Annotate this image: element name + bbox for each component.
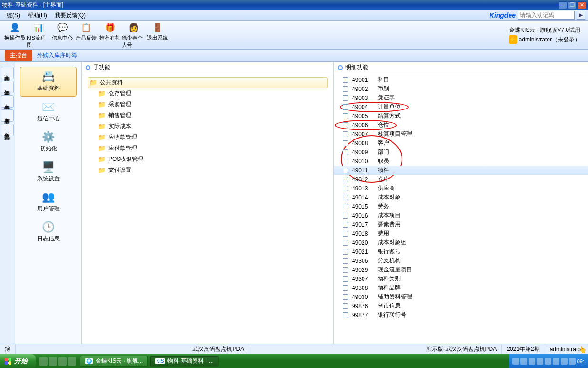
checkbox-icon[interactable] xyxy=(343,140,348,146)
tree-row[interactable]: 📁实际成本 xyxy=(96,121,328,132)
search-go-button[interactable]: ▶ xyxy=(577,11,585,20)
detail-row[interactable]: 49017要素费用 xyxy=(334,220,588,229)
tree-row[interactable]: 📁公共资料 xyxy=(88,77,328,88)
vertical-tab[interactable]: 全网营销 xyxy=(1,67,14,79)
tab-main-console[interactable]: 主控台 xyxy=(5,50,32,61)
checkbox-icon[interactable] xyxy=(343,294,348,300)
detail-row[interactable]: 49012仓库 xyxy=(334,175,588,184)
tray-icon[interactable] xyxy=(561,358,568,365)
detail-row[interactable]: 49306分支机构 xyxy=(334,256,588,265)
tree-row[interactable]: 📁采购管理 xyxy=(96,99,328,110)
detail-row[interactable]: 49011物料 xyxy=(334,166,588,175)
menu-system[interactable]: 统(S) xyxy=(3,10,24,20)
quick-launch-item[interactable] xyxy=(39,357,48,366)
checkbox-icon[interactable] xyxy=(343,149,348,155)
checkbox-icon[interactable] xyxy=(343,86,348,92)
vertical-tab[interactable]: 发票管理 xyxy=(1,109,14,122)
taskbar-task[interactable]: 🌐金蝶KIS云 · 旗舰... xyxy=(80,356,148,367)
sidebar-nav-item[interactable]: 📇基础资料 xyxy=(20,67,77,97)
detail-row[interactable]: 49030辅助资料管理 xyxy=(334,292,588,301)
minimize-button[interactable]: ─ xyxy=(559,1,567,9)
detail-row[interactable]: 49029现金流量项目 xyxy=(334,265,588,274)
sidebar-nav-item[interactable]: 🕒日志信息 xyxy=(20,218,77,247)
detail-row[interactable]: 99876省市信息 xyxy=(334,301,588,310)
detail-row[interactable]: 49015劳务 xyxy=(334,202,588,211)
checkbox-icon[interactable] xyxy=(343,113,348,119)
detail-row[interactable]: 99877银行联行号 xyxy=(334,310,588,319)
toolbar-item[interactable]: 💬信息中心 xyxy=(50,22,74,49)
vertical-tab[interactable]: 系统设置 xyxy=(1,124,14,136)
tab-purchase-ledger[interactable]: 外购入库序时簿 xyxy=(37,51,77,60)
detail-row[interactable]: 49005结算方式 xyxy=(334,111,588,120)
checkbox-icon[interactable] xyxy=(343,276,348,282)
vertical-tab[interactable]: 人事管理 xyxy=(1,95,14,108)
checkbox-icon[interactable] xyxy=(343,177,348,182)
tray-icon[interactable] xyxy=(569,358,576,365)
toolbar-item[interactable]: 👤换操作员 xyxy=(3,22,27,49)
checkbox-icon[interactable] xyxy=(343,312,348,318)
checkbox-icon[interactable] xyxy=(343,168,348,173)
vertical-tab[interactable]: 生产管理 xyxy=(1,81,14,93)
close-button[interactable]: ✕ xyxy=(578,1,586,9)
checkbox-icon[interactable] xyxy=(343,303,348,309)
toolbar-item[interactable]: 🎁推荐有礼 xyxy=(98,22,122,49)
checkbox-icon[interactable] xyxy=(343,122,348,128)
checkbox-icon[interactable] xyxy=(343,231,348,237)
quick-launch-item[interactable] xyxy=(49,357,57,366)
detail-row[interactable]: 49006仓位 xyxy=(334,120,588,129)
menu-help[interactable]: 帮助(H) xyxy=(24,10,51,20)
start-button[interactable]: 开始 xyxy=(0,354,36,368)
tree-row[interactable]: 📁应付款管理 xyxy=(96,143,328,154)
tree-row[interactable]: 📁POS收银管理 xyxy=(96,154,328,165)
mnemonic-search-input[interactable] xyxy=(518,11,575,20)
tree-row[interactable]: 📁销售管理 xyxy=(96,110,328,121)
detail-row[interactable]: 49004计量单位 xyxy=(334,102,588,111)
tree-row[interactable]: 📁应收款管理 xyxy=(96,132,328,143)
tray-icon[interactable] xyxy=(529,358,535,365)
checkbox-icon[interactable] xyxy=(343,186,348,191)
tray-icon[interactable] xyxy=(512,358,519,365)
detail-row[interactable]: 49003凭证字 xyxy=(334,93,588,102)
quick-launch-item[interactable] xyxy=(68,357,76,366)
tree-row[interactable]: 📁仓存管理 xyxy=(96,88,328,99)
tray-icon[interactable] xyxy=(537,358,543,365)
checkbox-icon[interactable] xyxy=(343,159,348,164)
checkbox-icon[interactable] xyxy=(343,104,348,110)
detail-row[interactable]: 49007核算项目管理 xyxy=(334,129,588,139)
detail-row[interactable]: 49008客户 xyxy=(334,139,588,148)
detail-row[interactable]: 49001科目 xyxy=(334,75,588,84)
detail-row[interactable]: 49308物料品牌 xyxy=(334,283,588,292)
checkbox-icon[interactable] xyxy=(343,258,348,264)
detail-row[interactable]: 49014成本对象 xyxy=(334,193,588,202)
detail-row[interactable]: 49020成本对象组 xyxy=(334,238,588,247)
detail-row[interactable]: 49002币别 xyxy=(334,84,588,93)
checkbox-icon[interactable] xyxy=(343,95,348,101)
menu-feedback[interactable]: 我要反馈(Q) xyxy=(51,10,89,20)
toolbar-item[interactable]: 👩徐少春个人号 xyxy=(122,22,146,49)
checkbox-icon[interactable] xyxy=(343,240,348,246)
tray-icon[interactable] xyxy=(553,358,559,365)
detail-row[interactable]: 49021银行账号 xyxy=(334,247,588,256)
tray-icon[interactable] xyxy=(545,358,551,365)
checkbox-icon[interactable] xyxy=(343,195,348,200)
taskbar-task[interactable]: KIS物料-基础资料 - ... xyxy=(150,356,219,367)
toolbar-item[interactable]: 📋产品反馈 xyxy=(74,22,98,49)
detail-row[interactable]: 49013供应商 xyxy=(334,184,588,193)
detail-row[interactable]: 49010职员 xyxy=(334,157,588,166)
quick-launch-item[interactable] xyxy=(58,357,67,366)
system-tray[interactable]: 09: xyxy=(509,354,588,368)
detail-row[interactable]: 49016成本项目 xyxy=(334,211,588,220)
checkbox-icon[interactable] xyxy=(343,249,348,255)
checkbox-icon[interactable] xyxy=(343,267,348,273)
toolbar-item[interactable]: 📊KIS流程图 xyxy=(27,22,50,49)
maximize-button[interactable]: ❐ xyxy=(568,1,577,9)
checkbox-icon[interactable] xyxy=(343,213,348,219)
detail-row[interactable]: 49307物料类别 xyxy=(334,274,588,283)
checkbox-icon[interactable] xyxy=(343,285,348,291)
detail-row[interactable]: 49018费用 xyxy=(334,229,588,238)
sidebar-nav-item[interactable]: ⚙️初始化 xyxy=(20,128,77,157)
checkbox-icon[interactable] xyxy=(343,77,348,83)
tray-icon[interactable] xyxy=(520,358,527,365)
sidebar-nav-item[interactable]: ✉️短信中心 xyxy=(20,98,77,127)
checkbox-icon[interactable] xyxy=(343,131,348,137)
